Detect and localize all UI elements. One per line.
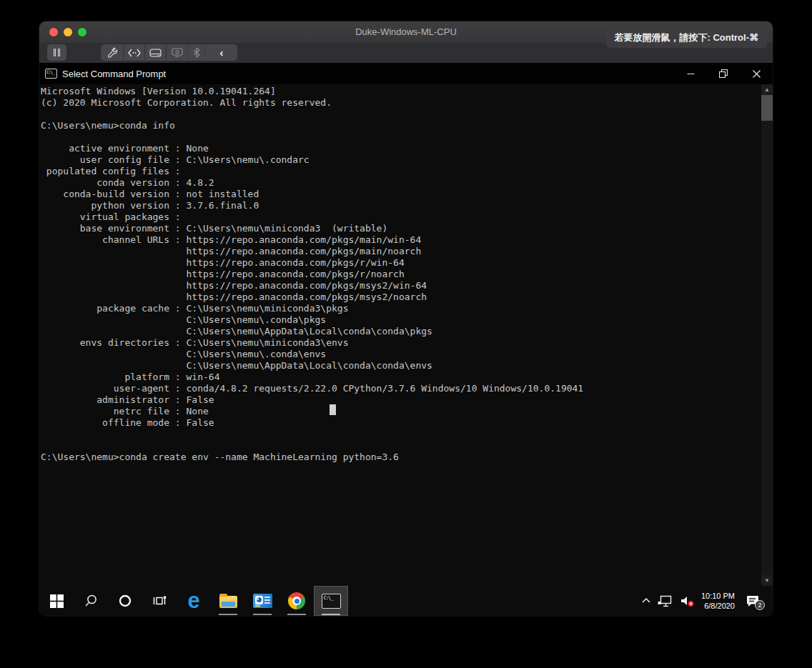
- speaker-muted-icon: [680, 595, 695, 607]
- vm-camera-button[interactable]: [167, 44, 188, 61]
- terminal-output: Microsoft Windows [Version 10.0.19041.26…: [39, 84, 773, 463]
- file-explorer-icon: [219, 596, 237, 608]
- close-button[interactable]: [740, 63, 773, 84]
- system-tray: 10:10 PM 6/8/2020 2: [641, 586, 773, 616]
- cmd-window-icon: C:\_: [45, 69, 57, 79]
- window-controls: [674, 63, 773, 84]
- task-view-icon: [152, 594, 167, 608]
- tray-expand-button[interactable]: [641, 597, 651, 605]
- edge-button[interactable]: e: [177, 586, 211, 616]
- terminal-screen[interactable]: Microsoft Windows [Version 10.0.19041.26…: [39, 84, 773, 586]
- chrome-button[interactable]: [279, 586, 314, 616]
- minimize-icon: [687, 70, 695, 78]
- windows-logo-icon: [50, 594, 64, 608]
- volume-tray-button[interactable]: [680, 595, 695, 607]
- chevron-up-icon: [641, 597, 651, 605]
- code-snippets-icon: [128, 49, 141, 57]
- command-prompt-icon: C:\_: [322, 594, 341, 609]
- clock-date: 6/8/2020: [701, 601, 735, 611]
- collapse-toolbar-icon: ‹: [220, 47, 224, 58]
- action-center-button[interactable]: 2: [746, 594, 761, 607]
- mouse-release-hint: 若要放開滑鼠，請按下: Control-⌘: [606, 28, 767, 48]
- app-window-button[interactable]: [245, 586, 279, 616]
- selection-cursor: [330, 404, 336, 415]
- scroll-up-arrow[interactable]: ▲: [761, 84, 773, 95]
- task-view-button[interactable]: [142, 586, 177, 616]
- vm-settings-button[interactable]: [101, 44, 124, 61]
- start-button[interactable]: [39, 586, 74, 616]
- vm-disk-button[interactable]: [145, 44, 167, 61]
- restore-icon: [719, 69, 728, 78]
- cortana-icon: [118, 594, 132, 608]
- windows-taskbar: e: [39, 586, 773, 616]
- vm-bluetooth-button[interactable]: [188, 44, 206, 61]
- clock-time: 10:10 PM: [701, 591, 735, 601]
- suspend-vm-button[interactable]: [47, 44, 66, 61]
- windows-desktop: C:\_ Select Command Prompt: [39, 63, 773, 616]
- edge-icon: e: [187, 589, 199, 612]
- scrollbar-thumb[interactable]: [761, 95, 773, 121]
- restore-button[interactable]: [707, 63, 740, 84]
- pause-icon: [54, 49, 60, 56]
- vm-host-window: Duke-Windows-ML-CPU 若要放開滑鼠，請按下: Control-…: [39, 21, 773, 616]
- scroll-down-arrow[interactable]: ▼: [761, 575, 773, 586]
- search-icon: [84, 594, 98, 608]
- cmd-titlebar[interactable]: C:\_ Select Command Prompt: [39, 63, 773, 84]
- screenshot-stage: Duke-Windows-ML-CPU 若要放開滑鼠，請按下: Control-…: [0, 0, 812, 668]
- network-tray-button[interactable]: [658, 595, 673, 607]
- search-button[interactable]: [74, 586, 108, 616]
- vm-snippets-button[interactable]: [124, 44, 145, 61]
- cortana-button[interactable]: [108, 586, 142, 616]
- collapse-toolbar-button[interactable]: ‹: [206, 44, 237, 61]
- taskbar-buttons: e: [39, 586, 348, 616]
- terminal-scrollbar[interactable]: ▲ ▼: [761, 84, 773, 586]
- vm-toolbar-group: ‹: [101, 44, 237, 61]
- camera-icon: [172, 48, 183, 57]
- chrome-icon: [288, 592, 305, 609]
- hard-disk-icon: [149, 48, 162, 58]
- minimize-button[interactable]: [674, 63, 707, 84]
- command-prompt-button[interactable]: C:\_: [314, 586, 348, 616]
- taskbar-clock[interactable]: 10:10 PM 6/8/2020: [701, 591, 735, 611]
- notification-badge: 2: [755, 600, 765, 610]
- close-icon: [753, 70, 761, 78]
- wrench-icon: [107, 47, 118, 59]
- file-explorer-button[interactable]: [211, 586, 245, 616]
- bluetooth-icon: [193, 47, 200, 58]
- app-window-icon: [253, 594, 272, 608]
- ethernet-network-icon: [658, 595, 673, 607]
- cmd-window-title: Select Command Prompt: [62, 69, 166, 79]
